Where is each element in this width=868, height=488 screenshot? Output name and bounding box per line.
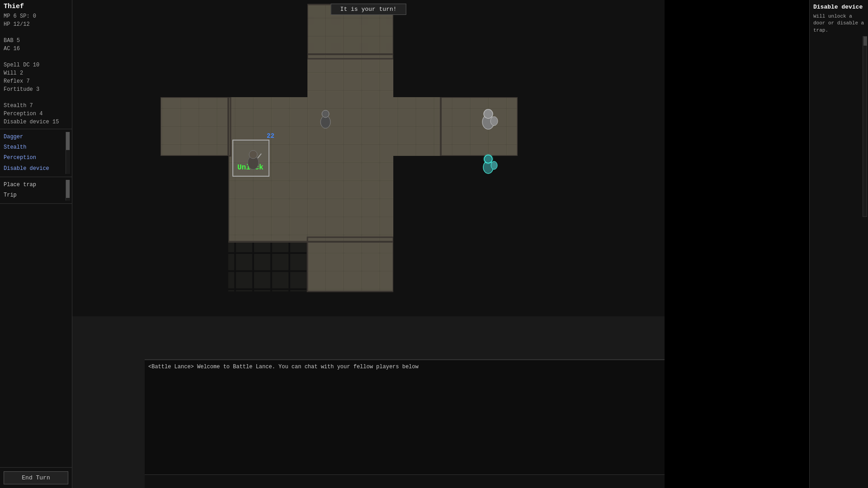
skills-section: Dagger Stealth Perception Disable device bbox=[0, 129, 72, 177]
fortitude: Fortitude 3 bbox=[4, 85, 68, 94]
svg-rect-20 bbox=[518, 0, 665, 316]
tooltip-description: Will unlock a door or disable a trap. bbox=[813, 13, 864, 34]
skills-container: Dagger Stealth Perception Disable device bbox=[2, 132, 70, 174]
abilities-list: Place trap Trip bbox=[2, 180, 66, 201]
skills-scroll-thumb bbox=[66, 132, 70, 150]
svg-rect-25 bbox=[441, 0, 518, 97]
chat-input-area bbox=[145, 474, 665, 488]
right-scrollbar[interactable] bbox=[863, 36, 867, 217]
right-scroll-thumb bbox=[863, 37, 867, 46]
right-sidebar: Disable device Will unlock a door or dis… bbox=[809, 0, 868, 488]
abilities-scroll-thumb bbox=[66, 180, 70, 198]
sidebar-spacer bbox=[0, 204, 72, 467]
spell-dc: Spell DC 10 bbox=[4, 61, 68, 69]
ac: AC 16 bbox=[4, 45, 68, 53]
skills-list: Dagger Stealth Perception Disable device bbox=[2, 132, 66, 174]
chat-message: <Battle Lance> Welcome to Battle Lance. … bbox=[148, 364, 419, 370]
skill-stealth[interactable]: Stealth bbox=[2, 142, 66, 153]
character-name: Thief bbox=[4, 3, 68, 10]
abilities-scrollbar[interactable] bbox=[66, 180, 70, 201]
chat-area: <Battle Lance> Welcome to Battle Lance. … bbox=[145, 359, 665, 488]
turn-notification: It is your turn! bbox=[331, 4, 406, 15]
skill-disable-device[interactable]: Disable device bbox=[2, 164, 66, 174]
svg-text:22: 22 bbox=[267, 132, 274, 140]
bab: BAB 5 bbox=[4, 37, 68, 45]
svg-point-37 bbox=[491, 117, 498, 126]
abilities-container: Place trap Trip bbox=[2, 180, 70, 201]
spacer3 bbox=[4, 94, 68, 102]
chat-log: <Battle Lance> Welcome to Battle Lance. … bbox=[145, 360, 665, 474]
perception: Perception 4 bbox=[4, 110, 68, 118]
stealth: Stealth 7 bbox=[4, 102, 68, 110]
mp-sp: MP 6 SP: 0 bbox=[4, 12, 68, 20]
will: Will 2 bbox=[4, 69, 68, 77]
chat-input[interactable] bbox=[145, 475, 665, 488]
svg-point-39 bbox=[484, 155, 492, 163]
svg-rect-26 bbox=[441, 156, 518, 316]
svg-rect-22 bbox=[160, 156, 228, 316]
hp: HP 12/12 bbox=[4, 20, 68, 28]
reflex: Reflex 7 bbox=[4, 77, 68, 85]
dungeon-map: Unlock 22 bbox=[72, 0, 665, 316]
left-sidebar: Thief MP 6 SP: 0 HP 12/12 BAB 5 AC 16 Sp… bbox=[0, 0, 72, 488]
svg-point-34 bbox=[322, 110, 329, 117]
game-area: It is your turn! bbox=[72, 0, 665, 488]
svg-point-36 bbox=[484, 109, 493, 118]
svg-rect-21 bbox=[160, 0, 307, 97]
skill-perception[interactable]: Perception bbox=[2, 153, 66, 163]
skill-dagger[interactable]: Dagger bbox=[2, 132, 66, 142]
end-turn-button[interactable]: End Turn bbox=[4, 471, 68, 484]
svg-point-41 bbox=[491, 161, 497, 169]
svg-rect-19 bbox=[72, 0, 160, 316]
end-turn-area: End Turn bbox=[0, 467, 72, 488]
tooltip-title: Disable device bbox=[813, 4, 864, 10]
abilities-section: Place trap Trip bbox=[0, 177, 72, 204]
character-info: Thief MP 6 SP: 0 HP 12/12 BAB 5 AC 16 Sp… bbox=[0, 0, 72, 129]
ability-place-trap[interactable]: Place trap bbox=[2, 180, 66, 190]
svg-point-31 bbox=[249, 150, 257, 159]
disable-device: Disable device 15 bbox=[4, 118, 68, 126]
spacer2 bbox=[4, 53, 68, 61]
spacer bbox=[4, 28, 68, 37]
ability-trip[interactable]: Trip bbox=[2, 190, 66, 201]
skills-scrollbar[interactable] bbox=[66, 132, 70, 174]
